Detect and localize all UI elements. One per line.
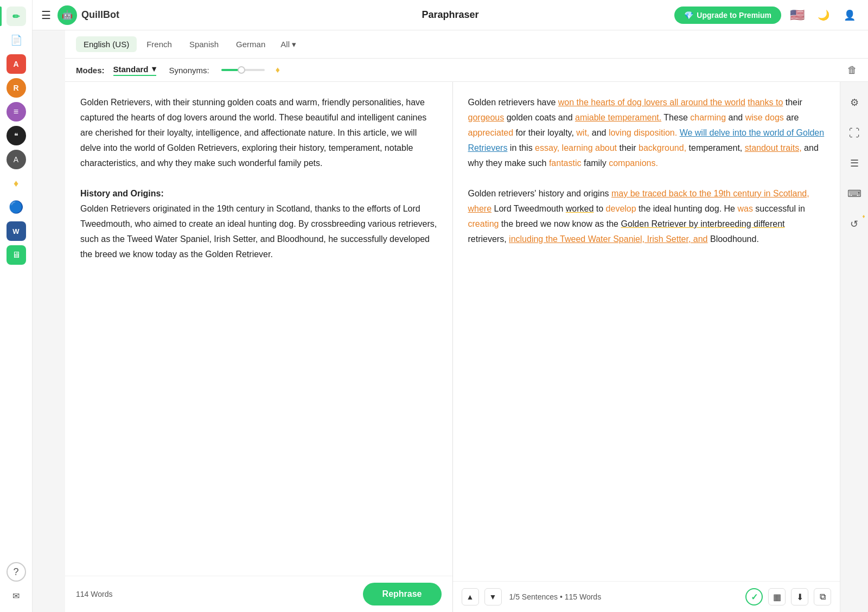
synonyms-slider[interactable] [221, 69, 265, 71]
word-count: 114 Words [76, 590, 112, 598]
sidebar-item-screen[interactable]: 🖥 [7, 245, 26, 265]
output-editor: Golden retrievers have won the hearts of… [453, 82, 840, 612]
keyboard-icon[interactable]: ⌨ [845, 184, 864, 203]
sidebar-item-document[interactable]: 📄 [7, 30, 26, 50]
right-sidebar: ⚙ ⛶ ☰ ⌨ ↺ ♦ [840, 82, 868, 612]
sidebar-item-quillbot[interactable]: ✏ [7, 7, 26, 26]
input-editor: Golden Retrievers, with their stunning g… [65, 82, 453, 612]
language-tabs: English (US) French Spanish German All ▾ [65, 30, 868, 59]
history-icon[interactable]: ↺ ♦ [845, 214, 864, 234]
download-icon[interactable]: ⬇ [791, 588, 808, 605]
clear-button[interactable]: 🗑 [847, 65, 857, 76]
sidebar-item-mail[interactable]: ✉ [7, 586, 26, 605]
tab-german[interactable]: German [228, 36, 273, 52]
input-paragraph-2: History and Origins:Golden Retrievers or… [80, 186, 437, 262]
synonyms-label: Synonyms: [169, 66, 209, 75]
output-paragraph-2: Golden retrievers' history and origins m… [468, 186, 825, 247]
compare-icon[interactable]: ▦ [768, 588, 786, 605]
input-paragraph-1: Golden Retrievers, with their stunning g… [80, 95, 437, 171]
copy-icon[interactable]: ⧉ [814, 588, 831, 605]
sentence-counter: 1/5 Sentences • 115 Words [509, 592, 741, 601]
modes-label: Modes: [76, 66, 105, 75]
sidebar-item-quote[interactable]: ❝ [7, 126, 26, 145]
sidebar-item-chrome[interactable]: 🔵 [7, 197, 26, 217]
editor-area: Golden Retrievers, with their stunning g… [65, 82, 840, 612]
rephrase-button[interactable]: Rephrase [363, 583, 442, 605]
slider-thumb [238, 66, 245, 74]
dropdown-icon: ▾ [152, 64, 156, 74]
tab-all[interactable]: All ▾ [275, 36, 302, 53]
next-sentence-button[interactable]: ▼ [484, 588, 502, 605]
sidebar-item-summarize[interactable]: R [7, 78, 26, 98]
left-sidebar: ✏ 📄 A R ≡ ❝ A ♦ 🔵 W 🖥 ? ✉ [0, 0, 33, 612]
input-footer: 114 Words Rephrase [65, 576, 452, 612]
score-icon[interactable]: ✓ [745, 588, 763, 605]
sidebar-item-grammar[interactable]: A [7, 54, 26, 74]
prev-sentence-button[interactable]: ▲ [462, 588, 479, 605]
sidebar-item-bullets[interactable]: ≡ [7, 102, 26, 122]
mode-selector[interactable]: Standard ▾ [113, 64, 156, 76]
sidebar-item-translate[interactable]: A [7, 150, 26, 169]
premium-diamond-icon: ♦ [276, 65, 280, 75]
settings-icon[interactable]: ⚙ [845, 93, 864, 112]
slider-fill [221, 69, 239, 71]
doc-lines-icon[interactable]: ☰ [845, 154, 864, 173]
tab-english[interactable]: English (US) [76, 36, 137, 52]
main-content: ☰ 🤖 QuillBot Paraphraser 💎 Upgrade to Pr… [65, 30, 868, 612]
output-footer: ▲ ▼ 1/5 Sentences • 115 Words ✓ ▦ ⬇ ⧉ [453, 581, 840, 612]
sidebar-item-word[interactable]: W [7, 221, 26, 241]
chevron-down-icon: ▾ [292, 40, 296, 49]
input-text-area[interactable]: Golden Retrievers, with their stunning g… [65, 82, 452, 576]
all-label: All [280, 40, 290, 49]
tab-spanish[interactable]: Spanish [182, 36, 226, 52]
selected-mode: Standard [113, 65, 149, 74]
sidebar-item-premium[interactable]: ♦ [7, 174, 26, 193]
output-paragraph-1: Golden retrievers have won the hearts of… [468, 95, 825, 171]
mode-bar: Modes: Standard ▾ Synonyms: ♦ 🗑 [65, 59, 868, 82]
sidebar-item-help[interactable]: ? [7, 562, 26, 582]
output-text-area: Golden retrievers have won the hearts of… [453, 82, 840, 581]
network-icon[interactable]: ⛶ [845, 123, 864, 143]
tab-french[interactable]: French [139, 36, 180, 52]
